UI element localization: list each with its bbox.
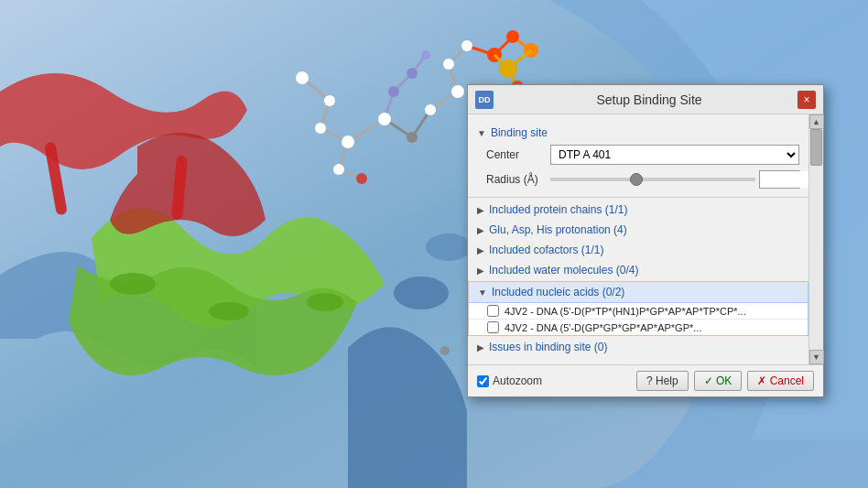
- protein-chains-arrow: ▶: [477, 205, 484, 215]
- center-select-wrapper: DTP A 401: [550, 145, 799, 165]
- autozoom-row: Autozoom: [477, 374, 631, 387]
- setup-binding-site-dialog: DD Setup Binding Site × ▼ Binding site C…: [467, 84, 824, 397]
- svg-point-25: [296, 71, 309, 84]
- svg-point-3: [307, 293, 343, 311]
- protein-chains-label: Included protein chains (1/1): [489, 203, 627, 216]
- svg-point-36: [506, 30, 519, 43]
- radius-input[interactable]: [760, 171, 808, 188]
- water-arrow: ▶: [477, 266, 484, 276]
- water-section[interactable]: ▶ Included water molecules (0/4): [468, 260, 808, 280]
- radius-field-row: Radius (Å) ▲ ▼: [468, 168, 808, 191]
- scrollbar-thumb: [810, 129, 822, 166]
- radius-slider[interactable]: [550, 178, 755, 181]
- scrollbar-up-button[interactable]: ▲: [809, 114, 824, 129]
- svg-point-34: [461, 40, 472, 51]
- nucleic-item-2: 4JV2 - DNA (5'-D(GP*GP*GP*AP*AP*GP*...: [469, 320, 808, 335]
- binding-site-header[interactable]: ▼ Binding site: [468, 124, 808, 142]
- protein-chains-section[interactable]: ▶ Included protein chains (1/1): [468, 200, 808, 220]
- nucleic-acids-arrow: ▼: [478, 287, 487, 298]
- dialog-body: ▼ Binding site Center DTP A 401 Radius (…: [468, 114, 823, 364]
- autozoom-checkbox[interactable]: [477, 375, 489, 387]
- svg-point-7: [426, 233, 472, 261]
- ok-button[interactable]: ✓ OK: [694, 371, 743, 391]
- svg-point-48: [440, 346, 450, 355]
- help-label: ? Help: [646, 374, 678, 387]
- scrollbar-track[interactable]: [809, 129, 823, 350]
- svg-point-28: [342, 136, 354, 148]
- svg-point-41: [407, 68, 418, 79]
- issues-label: Issues in binding site (0): [489, 341, 607, 353]
- svg-point-42: [421, 50, 430, 60]
- radius-spinner: ▲ ▼: [759, 170, 799, 189]
- nucleic-acids-list: 4JV2 - DNA (5'-D(P*TP*(HN1)P*GP*AP*AP*TP…: [469, 302, 808, 335]
- ok-label: ✓ OK: [704, 374, 732, 387]
- svg-point-26: [324, 95, 335, 106]
- svg-point-27: [315, 123, 326, 134]
- cofactors-section[interactable]: ▶ Included cofactors (1/1): [468, 240, 808, 260]
- svg-point-30: [407, 132, 418, 143]
- svg-point-31: [425, 104, 436, 115]
- dialog-title: Setup Binding Site: [501, 92, 797, 107]
- issues-section[interactable]: ▶ Issues in binding site (0): [468, 337, 808, 357]
- nucleic-acids-label: Included nucleic acids (0/2): [492, 286, 624, 298]
- binding-site-label: Binding site: [491, 126, 548, 139]
- radius-slider-wrapper: [550, 178, 755, 181]
- dialog-content: ▼ Binding site Center DTP A 401 Radius (…: [468, 114, 808, 364]
- svg-point-2: [209, 302, 249, 320]
- nucleic-item-2-text: 4JV2 - DNA (5'-D(GP*GP*GP*AP*AP*GP*...: [505, 322, 701, 333]
- nucleic-acids-section: ▼ Included nucleic acids (0/2) 4JV2 - DN…: [468, 281, 808, 336]
- dialog-dd-icon: DD: [475, 91, 494, 109]
- protonation-arrow: ▶: [477, 225, 484, 235]
- nucleic-acids-header[interactable]: ▼ Included nucleic acids (0/2): [469, 282, 808, 302]
- dialog-titlebar: DD Setup Binding Site ×: [468, 85, 823, 114]
- center-field-row: Center DTP A 401: [468, 142, 808, 168]
- nucleic-item-2-checkbox[interactable]: [487, 321, 499, 333]
- protonation-section[interactable]: ▶ Glu, Asp, His protonation (4): [468, 220, 808, 240]
- autozoom-label: Autozoom: [493, 374, 542, 387]
- binding-site-section: ▼ Binding site Center DTP A 401 Radius (…: [468, 122, 808, 195]
- help-button[interactable]: ? Help: [636, 371, 689, 391]
- svg-point-1: [110, 273, 156, 295]
- cofactors-label: Included cofactors (1/1): [489, 244, 603, 256]
- cancel-button[interactable]: ✗ Cancel: [747, 371, 814, 391]
- water-label: Included water molecules (0/4): [489, 264, 638, 277]
- radius-label: Radius (Å): [486, 173, 550, 186]
- protonation-label: Glu, Asp, His protonation (4): [489, 223, 627, 236]
- svg-point-40: [388, 86, 399, 97]
- svg-point-33: [443, 59, 454, 70]
- close-button[interactable]: ×: [797, 91, 816, 109]
- scrollbar-down-button[interactable]: ▼: [809, 350, 824, 364]
- svg-point-39: [356, 173, 367, 184]
- svg-point-6: [394, 277, 449, 309]
- issues-arrow: ▶: [477, 342, 484, 352]
- nucleic-item-1-checkbox[interactable]: [487, 305, 499, 317]
- binding-site-arrow: ▼: [477, 128, 486, 138]
- nucleic-item-1: 4JV2 - DNA (5'-D(P*TP*(HN1)P*GP*AP*AP*TP…: [469, 303, 808, 320]
- svg-point-38: [333, 164, 344, 175]
- svg-point-29: [378, 113, 391, 125]
- dialog-footer: Autozoom ? Help ✓ OK ✗ Cancel: [468, 364, 823, 396]
- dialog-scrollbar: ▲ ▼: [808, 114, 823, 364]
- nucleic-item-1-text: 4JV2 - DNA (5'-D(P*TP*(HN1)P*GP*AP*AP*TP…: [505, 306, 746, 317]
- cancel-label: ✗ Cancel: [757, 374, 804, 387]
- cofactors-arrow: ▶: [477, 245, 484, 255]
- center-select[interactable]: DTP A 401: [550, 145, 799, 165]
- center-label: Center: [486, 148, 550, 161]
- svg-point-32: [451, 85, 464, 98]
